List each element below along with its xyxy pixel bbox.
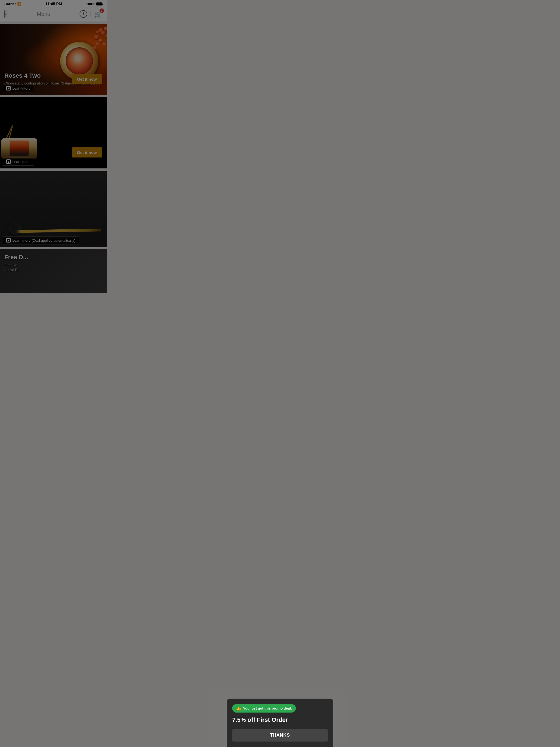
modal-overlay: 👍 You just got this promo deal: 7.5% off… xyxy=(0,0,107,747)
